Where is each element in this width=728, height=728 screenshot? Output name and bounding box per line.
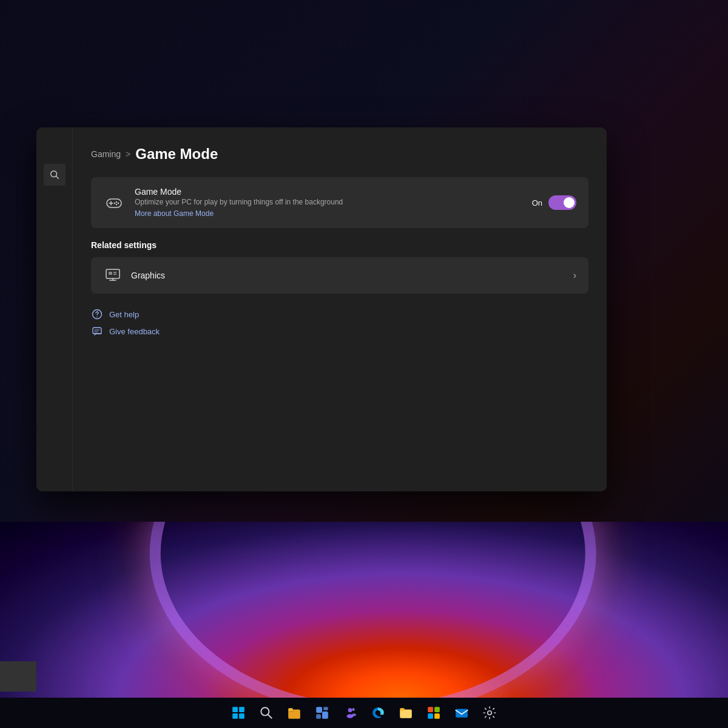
taskbar [0, 698, 728, 728]
svg-point-5 [116, 201, 117, 203]
svg-rect-12 [109, 272, 112, 275]
give-feedback-icon [91, 325, 103, 337]
get-help-icon [91, 308, 103, 320]
game-mode-learn-more-link[interactable]: More about Game Mode [135, 209, 214, 218]
svg-rect-17 [93, 328, 101, 334]
settings-sidebar [36, 127, 73, 491]
teams-button[interactable] [337, 699, 363, 726]
svg-rect-32 [322, 712, 328, 719]
settings-window: Gaming > Game Mode Game Mode Op [36, 127, 607, 491]
game-mode-title: Game Mode [135, 187, 522, 197]
svg-point-44 [488, 711, 492, 715]
settings-main-content: Gaming > Game Mode Game Mode Op [73, 127, 607, 491]
svg-point-36 [352, 713, 356, 716]
game-mode-icon [103, 192, 125, 214]
svg-rect-41 [428, 713, 433, 719]
file-explorer-button[interactable] [281, 699, 308, 726]
svg-rect-22 [232, 713, 238, 719]
svg-rect-29 [316, 707, 322, 713]
game-mode-card: Game Mode Optimize your PC for play by t… [91, 177, 588, 228]
breadcrumb-parent[interactable]: Gaming [91, 149, 121, 159]
graphics-icon [103, 266, 123, 285]
svg-rect-20 [232, 707, 238, 712]
graphics-nav-card[interactable]: Graphics › [91, 257, 588, 294]
breadcrumb-current: Game Mode [135, 146, 218, 163]
svg-point-16 [96, 316, 98, 317]
svg-rect-39 [428, 707, 433, 712]
svg-rect-30 [323, 707, 328, 710]
get-help-link[interactable]: Get help [91, 308, 588, 320]
graphics-nav-label: Graphics [131, 271, 565, 280]
widgets-button[interactable] [309, 699, 335, 726]
give-feedback-link[interactable]: Give feedback [91, 325, 588, 337]
svg-rect-40 [434, 707, 440, 712]
folder-button[interactable] [393, 699, 419, 726]
graphics-nav-chevron: › [573, 270, 576, 281]
game-mode-toggle-label: On [532, 198, 542, 207]
svg-rect-42 [434, 713, 440, 719]
game-mode-description: Optimize your PC for play by turning thi… [135, 198, 522, 206]
sidebar-search-button[interactable] [44, 164, 66, 186]
svg-rect-23 [239, 713, 244, 719]
svg-rect-28 [288, 708, 293, 710]
breadcrumb: Gaming > Game Mode [91, 146, 588, 163]
desktop-wallpaper-bottom [0, 522, 728, 698]
svg-rect-38 [400, 708, 405, 710]
svg-rect-13 [113, 272, 116, 273]
mail-button[interactable] [448, 699, 475, 726]
store-button[interactable] [420, 699, 447, 726]
start-button[interactable] [225, 699, 252, 726]
svg-rect-9 [106, 269, 120, 278]
svg-rect-21 [239, 707, 244, 712]
taskbar-icons [225, 699, 503, 726]
related-settings-title: Related settings [91, 240, 588, 250]
svg-rect-31 [316, 714, 321, 719]
game-mode-toggle[interactable] [548, 195, 576, 210]
give-feedback-label: Give feedback [109, 327, 160, 336]
svg-line-1 [56, 176, 58, 178]
svg-point-33 [348, 708, 352, 712]
help-section: Get help Give feedback [91, 308, 588, 337]
game-mode-toggle-thumb [564, 197, 575, 208]
svg-point-7 [116, 204, 117, 205]
svg-line-25 [268, 715, 272, 718]
edge-button[interactable] [365, 699, 391, 726]
game-mode-toggle-control: On [532, 195, 576, 210]
game-mode-text: Game Mode Optimize your PC for play by t… [135, 187, 522, 218]
svg-rect-43 [456, 709, 468, 717]
svg-point-8 [114, 203, 115, 204]
bottom-sidebar-hint [0, 661, 36, 692]
breadcrumb-separator: > [126, 149, 130, 159]
svg-rect-14 [113, 274, 116, 275]
search-taskbar-button[interactable] [253, 699, 280, 726]
svg-point-35 [352, 708, 354, 710]
settings-taskbar-button[interactable] [476, 699, 503, 726]
svg-point-6 [118, 203, 119, 204]
get-help-label: Get help [109, 310, 139, 319]
